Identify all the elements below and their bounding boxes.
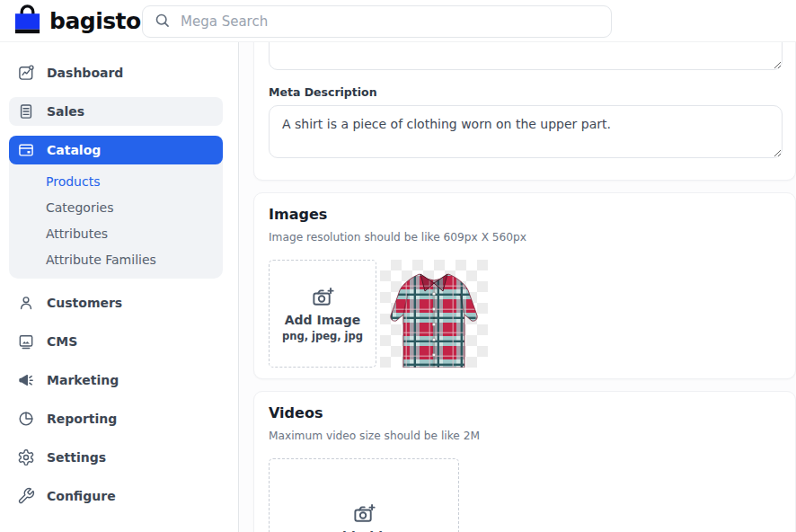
images-card: Images Image resolution should be like 6… [253, 192, 796, 379]
brand-logo[interactable]: bagisto [12, 3, 141, 40]
sidebar-subitem-attributes[interactable]: Attributes [9, 220, 223, 246]
videos-row: Add Video mp4, webm, mkv [269, 458, 781, 532]
sidebar-item-label: Reporting [47, 412, 117, 426]
meta-description-textarea[interactable] [269, 105, 783, 158]
product-image-thumbnail[interactable] [380, 260, 488, 368]
description-textarea[interactable] [269, 42, 783, 70]
bagisto-bag-icon [12, 3, 43, 40]
reporting-icon [17, 410, 35, 428]
sidebar-item-label: Catalog [47, 143, 101, 157]
sidebar-submenu: ProductsCategoriesAttributesAttribute Fa… [9, 164, 223, 272]
sidebar-item-reporting[interactable]: Reporting [9, 404, 223, 433]
sidebar-item-label: CMS [47, 334, 77, 349]
mega-search-box[interactable] [142, 5, 612, 38]
sales-icon [17, 102, 35, 120]
configure-icon [17, 487, 35, 505]
camera-plus-icon [352, 502, 376, 527]
plaid-shirt-image [380, 260, 488, 368]
sidebar-subitem-products[interactable]: Products [9, 168, 223, 194]
add-video-button[interactable]: Add Video mp4, webm, mkv [269, 458, 459, 532]
meta-description-label: Meta Description [269, 85, 781, 99]
marketing-icon [17, 371, 35, 389]
customers-icon [17, 294, 35, 312]
sidebar-item-cms[interactable]: CMS [9, 327, 223, 356]
sidebar-group-catalog: CatalogProductsCategoriesAttributesAttri… [9, 136, 223, 279]
sidebar-item-label: Marketing [47, 373, 119, 387]
sidebar-item-settings[interactable]: Settings [9, 443, 223, 472]
add-image-formats: png, jpeg, jpg [282, 330, 363, 342]
sidebar-item-label: Customers [47, 296, 122, 310]
sidebar-subitem-attribute-families[interactable]: Attribute Families [9, 246, 223, 272]
images-row: Add Image png, jpeg, jpg [269, 260, 781, 368]
sidebar-item-label: Sales [47, 104, 84, 119]
sidebar-item-dashboard[interactable]: Dashboard [9, 58, 223, 87]
camera-plus-icon [311, 286, 335, 310]
sidebar-item-label: Dashboard [47, 66, 123, 80]
search-input[interactable] [179, 13, 600, 31]
cms-icon [17, 332, 35, 350]
videos-card: Videos Maximum video size should be like… [253, 391, 796, 532]
brand-name: bagisto [49, 10, 141, 32]
sidebar-item-label: Configure [47, 489, 116, 503]
sidebar-item-configure[interactable]: Configure [9, 482, 223, 510]
description-card: Meta Description [253, 42, 796, 181]
add-image-button[interactable]: Add Image png, jpeg, jpg [269, 260, 376, 368]
add-video-label: Add Video [328, 529, 400, 532]
sidebar-item-catalog[interactable]: Catalog [9, 136, 223, 164]
catalog-icon [17, 141, 35, 159]
top-header: bagisto [0, 0, 796, 42]
images-title: Images [269, 205, 781, 225]
sidebar-subitem-categories[interactable]: Categories [9, 194, 223, 220]
dashboard-icon [17, 64, 35, 82]
sidebar: DashboardSalesCatalogProductsCategoriesA… [0, 42, 239, 532]
main-content: Meta Description Images Image resolution… [239, 42, 796, 532]
add-image-label: Add Image [285, 313, 361, 327]
sidebar-item-sales[interactable]: Sales [9, 97, 223, 126]
sidebar-item-customers[interactable]: Customers [9, 288, 223, 317]
videos-title: Videos [269, 403, 781, 423]
settings-icon [17, 448, 35, 466]
sidebar-item-label: Settings [47, 450, 106, 465]
images-hint: Image resolution should be like 609px X … [269, 231, 781, 244]
sidebar-nav: DashboardSalesCatalogProductsCategoriesA… [0, 58, 238, 510]
videos-hint: Maximum video size should be like 2M [269, 430, 781, 442]
search-icon [154, 12, 171, 32]
sidebar-item-marketing[interactable]: Marketing [9, 366, 223, 395]
